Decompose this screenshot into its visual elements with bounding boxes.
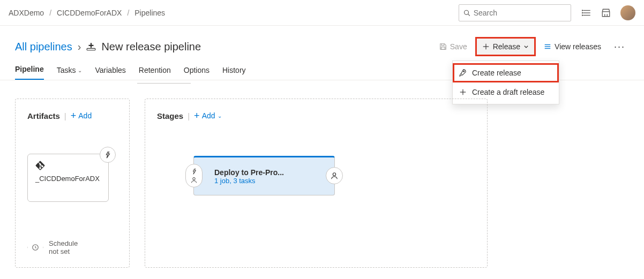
list-icon[interactable] bbox=[582, 8, 591, 18]
person-icon bbox=[331, 172, 338, 179]
clock-icon bbox=[27, 239, 43, 255]
rocket-icon bbox=[459, 69, 467, 77]
chevron-down-icon bbox=[523, 44, 529, 49]
release-dropdown: Create release Create a draft release bbox=[452, 61, 559, 104]
schedule-line1: Schedule bbox=[49, 239, 78, 247]
artifacts-panel: Artifacts | + Add _CICDDemoForADX Schedu… bbox=[15, 99, 130, 268]
schedule-line2: not set bbox=[49, 247, 78, 255]
svg-point-15 bbox=[463, 71, 465, 72]
search-box[interactable] bbox=[459, 4, 571, 21]
add-artifact-label: Add bbox=[78, 111, 92, 120]
pre-deploy-conditions[interactable] bbox=[185, 164, 203, 187]
user-avatar[interactable] bbox=[620, 5, 635, 20]
svg-point-19 bbox=[193, 178, 196, 180]
person-icon bbox=[191, 177, 197, 183]
artifact-card[interactable]: _CICDDemoForADX bbox=[27, 154, 109, 202]
title-row: All pipelines › New release pipeline Sav… bbox=[0, 26, 644, 57]
git-icon bbox=[35, 161, 101, 170]
plus-icon bbox=[482, 43, 490, 50]
add-artifact-button[interactable]: + Add bbox=[71, 111, 92, 120]
tab-pipeline[interactable]: Pipeline bbox=[15, 65, 44, 80]
svg-point-0 bbox=[465, 10, 469, 14]
top-bar: ADXDemo / CICDDemoForADX / Pipelines bbox=[0, 0, 644, 26]
tab-pipeline-label: Pipeline bbox=[15, 65, 44, 73]
release-label: Release bbox=[493, 42, 520, 51]
breadcrumb-section[interactable]: Pipelines bbox=[134, 9, 165, 17]
breadcrumb-project[interactable]: ADXDemo bbox=[9, 9, 44, 17]
view-releases-label: View releases bbox=[555, 42, 601, 51]
connector-line bbox=[137, 83, 191, 84]
pipeline-name[interactable]: New release pipeline bbox=[101, 41, 201, 53]
tab-retention[interactable]: Retention bbox=[139, 66, 171, 80]
create-release-item[interactable]: Create release bbox=[453, 63, 559, 82]
add-stage-button[interactable]: + Add ⌄ bbox=[194, 111, 221, 120]
action-bar: Save Release View releases ··· Create re… bbox=[433, 38, 629, 55]
save-icon bbox=[439, 43, 447, 50]
trigger-badge[interactable] bbox=[100, 147, 116, 163]
artifact-source-name: _CICDDemoForADX bbox=[35, 175, 101, 184]
save-label: Save bbox=[450, 42, 467, 51]
svg-point-7 bbox=[582, 14, 582, 15]
breadcrumbs: ADXDemo / CICDDemoForADX / Pipelines bbox=[9, 9, 165, 17]
tab-history-label: History bbox=[222, 66, 246, 74]
artifacts-title: Artifacts bbox=[27, 111, 60, 120]
svg-point-20 bbox=[333, 173, 335, 176]
marketplace-icon[interactable] bbox=[601, 8, 611, 18]
tab-history[interactable]: History bbox=[222, 66, 246, 80]
stage-card[interactable]: Deploy to Pre-Pro... 1 job, 3 tasks bbox=[193, 156, 335, 195]
tab-options[interactable]: Options bbox=[184, 66, 209, 80]
tab-tasks-label: Tasks bbox=[57, 66, 76, 74]
svg-line-1 bbox=[468, 14, 470, 16]
svg-point-6 bbox=[582, 12, 582, 13]
lightning-icon bbox=[104, 151, 111, 159]
search-input[interactable] bbox=[474, 9, 566, 17]
all-pipelines-link[interactable]: All pipelines bbox=[15, 41, 72, 53]
add-stage-label: Add bbox=[202, 111, 215, 120]
plus-icon bbox=[459, 88, 467, 96]
svg-rect-9 bbox=[441, 47, 445, 49]
tab-retention-label: Retention bbox=[139, 66, 171, 74]
stage-tasks-link[interactable]: 1 job, 3 tasks bbox=[214, 177, 284, 185]
release-button[interactable]: Release bbox=[476, 38, 535, 55]
pipeline-icon bbox=[86, 42, 96, 51]
svg-rect-8 bbox=[87, 48, 96, 50]
tab-variables[interactable]: Variables bbox=[95, 66, 125, 80]
lightning-icon bbox=[191, 168, 197, 175]
stages-panel: Stages | + Add ⌄ Deploy to Pre-Pro... 1 … bbox=[145, 99, 488, 268]
tab-options-label: Options bbox=[184, 66, 209, 74]
breadcrumb-sep: / bbox=[127, 9, 129, 17]
plus-icon: + bbox=[71, 111, 77, 120]
save-button: Save bbox=[433, 38, 473, 55]
create-release-label: Create release bbox=[472, 69, 521, 77]
stages-title: Stages bbox=[157, 111, 183, 120]
breadcrumb-repo[interactable]: CICDDemoForADX bbox=[57, 9, 122, 17]
schedule-button[interactable]: Schedule not set bbox=[27, 239, 78, 255]
tab-tasks[interactable]: Tasks⌄ bbox=[57, 66, 83, 80]
chevron-down-icon: ⌄ bbox=[218, 113, 222, 119]
search-icon bbox=[463, 9, 470, 17]
create-draft-label: Create a draft release bbox=[472, 88, 544, 96]
chevron-down-icon: ⌄ bbox=[78, 67, 82, 73]
stage-name: Deploy to Pre-Pro... bbox=[214, 168, 284, 177]
tab-variables-label: Variables bbox=[95, 66, 125, 74]
chevron-right-icon: › bbox=[78, 41, 81, 53]
list-view-icon bbox=[544, 43, 551, 50]
plus-icon: + bbox=[194, 111, 200, 120]
pipeline-canvas: Artifacts | + Add _CICDDemoForADX Schedu… bbox=[0, 80, 644, 279]
view-releases-button[interactable]: View releases bbox=[538, 38, 607, 55]
breadcrumb-sep: / bbox=[49, 9, 51, 17]
post-deploy-conditions[interactable] bbox=[326, 167, 343, 184]
svg-point-5 bbox=[582, 10, 582, 10]
more-actions-button[interactable]: ··· bbox=[610, 38, 629, 55]
